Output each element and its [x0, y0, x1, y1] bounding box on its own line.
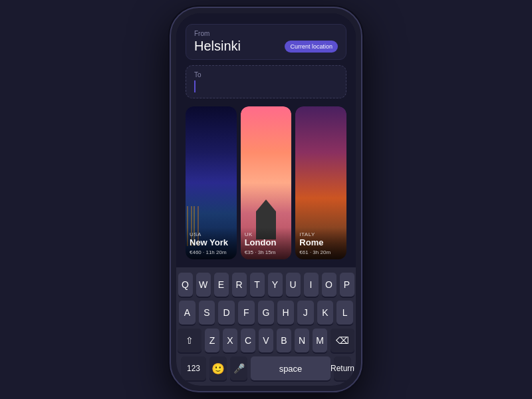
keyboard-bottom-row: 123 🙂 🎤 space Return [179, 356, 353, 380]
key-x[interactable]: X [223, 329, 237, 352]
card-price-newyork: €460 · 11h 20m [190, 249, 233, 255]
key-b[interactable]: B [277, 329, 291, 352]
key-e[interactable]: E [214, 273, 229, 297]
phone-device: From Helsinki Current location To USA [170, 7, 362, 392]
key-o[interactable]: O [322, 273, 336, 297]
key-g[interactable]: G [258, 301, 275, 325]
key-numbers[interactable]: 123 [181, 356, 206, 380]
key-k[interactable]: K [317, 301, 334, 325]
destination-card-london[interactable]: UK London €35 · 3h 15m [241, 106, 292, 259]
card-price-london: €35 · 3h 15m [245, 249, 288, 255]
card-city-london: London [245, 237, 288, 248]
key-d[interactable]: D [218, 301, 235, 325]
key-f[interactable]: F [238, 301, 255, 325]
key-j[interactable]: J [297, 301, 314, 325]
key-return[interactable]: Return [334, 356, 351, 380]
from-label: From [194, 30, 338, 37]
card-price-rome: €61 · 3h 20m [299, 249, 342, 255]
keyboard: Q W E R T Y U I O P A S D F G H J K [176, 267, 356, 386]
key-r[interactable]: R [232, 273, 247, 297]
key-c[interactable]: C [241, 329, 255, 352]
key-z[interactable]: Z [205, 329, 219, 352]
key-p[interactable]: P [340, 273, 354, 297]
key-w[interactable]: W [196, 273, 211, 297]
to-label: To [194, 71, 338, 78]
cards-row: USA New York €460 · 11h 20m UK London €3… [186, 104, 346, 262]
card-city-rome: Rome [299, 237, 342, 248]
phone-screen: From Helsinki Current location To USA [176, 13, 356, 386]
key-shift[interactable]: ⇧ [178, 329, 201, 352]
key-a[interactable]: A [179, 301, 196, 325]
card-country-london: UK [245, 231, 288, 237]
current-location-button[interactable]: Current location [285, 41, 338, 53]
key-l[interactable]: L [336, 301, 353, 325]
destinations-section: USA New York €460 · 11h 20m UK London €3… [186, 104, 346, 262]
key-emoji[interactable]: 🙂 [209, 356, 227, 380]
key-m[interactable]: M [313, 329, 327, 352]
destination-card-newyork[interactable]: USA New York €460 · 11h 20m [186, 106, 237, 259]
key-delete[interactable]: ⌫ [331, 329, 354, 352]
from-field[interactable]: From Helsinki Current location [186, 24, 346, 60]
key-q[interactable]: Q [178, 273, 193, 297]
key-mic[interactable]: 🎤 [230, 356, 247, 380]
key-i[interactable]: I [304, 273, 319, 297]
to-field[interactable]: To [186, 65, 346, 98]
card-overlay-london: UK London €35 · 3h 15m [241, 227, 292, 259]
key-space[interactable]: space [251, 356, 331, 380]
card-country-rome: ITALY [299, 231, 342, 237]
key-h[interactable]: H [277, 301, 294, 325]
key-t[interactable]: T [250, 273, 265, 297]
keyboard-row-3: ⇧ Z X C V B N M ⌫ [179, 329, 353, 352]
card-overlay-newyork: USA New York €460 · 11h 20m [186, 227, 237, 259]
text-cursor [194, 80, 196, 92]
keyboard-row-1: Q W E R T Y U I O P [179, 273, 353, 297]
card-overlay-rome: ITALY Rome €61 · 3h 20m [295, 227, 346, 259]
card-city-newyork: New York [190, 237, 233, 248]
key-v[interactable]: V [259, 329, 273, 352]
key-y[interactable]: Y [268, 273, 283, 297]
key-n[interactable]: N [295, 329, 309, 352]
key-u[interactable]: U [286, 273, 301, 297]
key-s[interactable]: S [199, 301, 215, 325]
destination-card-rome[interactable]: ITALY Rome €61 · 3h 20m [295, 106, 346, 259]
from-value: Helsinki [194, 39, 241, 54]
card-country-newyork: USA [190, 231, 233, 237]
keyboard-row-2: A S D F G H J K L [179, 301, 353, 325]
app-content: From Helsinki Current location To USA [176, 13, 356, 267]
